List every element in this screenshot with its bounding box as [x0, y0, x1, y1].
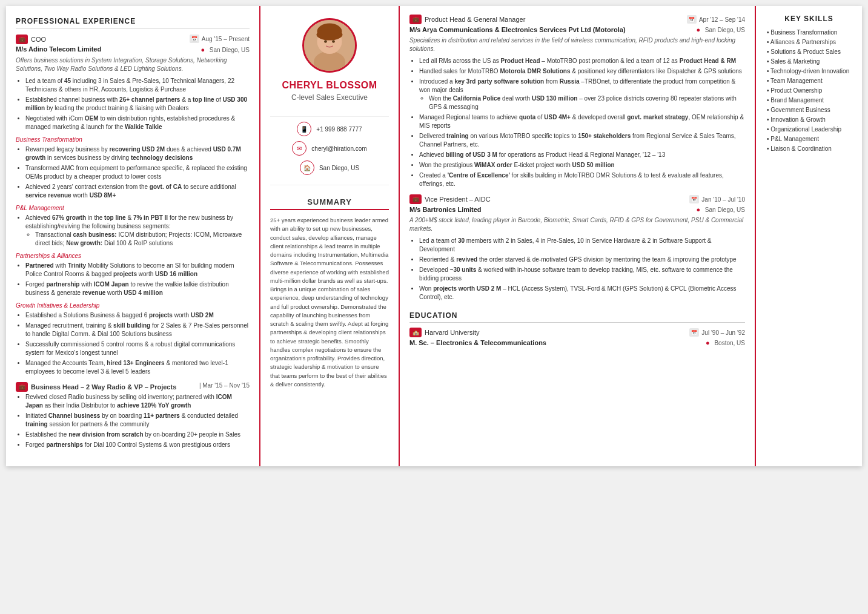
edu-date-text: Jul '90 – Jun '92 [701, 329, 745, 336]
candidate-title: C-level Sales Executive [291, 93, 368, 102]
bullet-item: Developed ~30 units & worked with in-hou… [419, 266, 745, 283]
cal-icon-vp: 📅 [689, 195, 699, 203]
bullet-item: Led all RMs across the US as Product Hea… [419, 57, 745, 65]
left-section-title: PROFESSIONAL EXPERIENCE [16, 17, 250, 28]
pa-bullets: Partnered with Trinity Mobility Solution… [16, 262, 250, 297]
pin-icon-edu: ● [703, 338, 712, 347]
vp-company-row: M/s Bartronics Limited ● San Diego, US [409, 205, 745, 214]
bullet-item: Delivered training on various MotoTRBO s… [419, 132, 745, 149]
middle-panel: CHERYL BLOSSOM C-level Sales Executive 📱… [260, 6, 400, 466]
summary-title: SUMMARY [270, 197, 389, 210]
job-header-coo: 💼 COO 📅 Aug '15 – Present [16, 35, 250, 44]
avatar-svg [304, 20, 355, 71]
bullet-item: Initiated Channel business by on boardin… [25, 412, 250, 429]
vp-title-left: 💼 Vice President – AIDC [409, 194, 491, 204]
bullet-item: Achieved 67% growth in the top line & 7%… [25, 214, 250, 248]
skill-item: Business Transformation [763, 29, 855, 36]
ph-date-text: Apr '12 – Sep '14 [699, 16, 745, 23]
summary-text: 25+ years experienced business leader ar… [270, 216, 389, 389]
pin-icon-ph: ● [694, 25, 703, 34]
bullet-item: Created a 'Centre of Excellence' for ski… [419, 171, 745, 188]
pl-sub-bullets: Transactional cash business: ICOM distri… [25, 231, 250, 248]
pl-bullets: Achieved 67% growth in the top line & 7%… [16, 214, 250, 248]
edu-header: 🏫 Harvard University 📅 Jul '90 – Jun '92 [409, 328, 745, 337]
sub-label-pa: Partnerships & Alliances [16, 253, 250, 259]
right-panel: 💼 Product Head & General Manager 📅 Apr '… [400, 6, 756, 466]
edu-degree: M. Sc. – Electronics & Telecommunication… [409, 339, 546, 346]
bullet-item: Forged partnerships for Dial 100 Control… [25, 441, 250, 449]
contact-phone: 📱 +1 999 888 7777 [297, 122, 362, 136]
job-block-coo: 💼 COO 📅 Aug '15 – Present M/s Adino Tele… [16, 35, 250, 376]
skill-item: Sales & Marketing [763, 58, 855, 65]
bullet-item: Established the new division from scratc… [25, 431, 250, 439]
ph-title: Product Head & General Manager [425, 16, 525, 23]
bullet-item: Partnered with Trinity Mobility Solution… [25, 262, 250, 279]
sub-label-pl: P&L Management [16, 205, 250, 211]
bullet-item: Transformed AMC from equipment to perfor… [25, 164, 250, 181]
bh-date: | Mar '15 – Nov '15 [199, 382, 250, 389]
bullet-item: Managed the Accounts Team, hired 13+ Eng… [25, 359, 250, 376]
university-icon: 🏫 [409, 328, 422, 337]
bullet-item: Introduced a key 3rd party software solu… [419, 78, 745, 111]
skill-item: Team Management [763, 78, 855, 84]
coo-location-row: ● San Diego, US [199, 45, 250, 54]
bullet-item: Achieved 2 years' contract extension fro… [25, 183, 250, 200]
skill-item: Organizational Leadership [763, 126, 855, 133]
resume-wrapper: PROFESSIONAL EXPERIENCE 💼 COO 📅 Aug '15 … [6, 6, 862, 466]
job-header-bh: 💼 Business Head – 2 Way Radio & VP – Pro… [16, 382, 250, 392]
bullet-item: Revived closed Radio business by selling… [25, 393, 250, 410]
coo-description: Offers business solutions in System Inte… [16, 56, 250, 73]
coo-company: M/s Adino Telecom Limited [16, 45, 101, 53]
ph-company-row: M/s Arya Communications & Electronics Se… [409, 25, 745, 34]
ph-bullets: Led all RMs across the US as Product Hea… [409, 57, 745, 188]
svg-point-4 [317, 29, 343, 41]
pin-icon-coo: ● [199, 45, 207, 54]
ph-location: San Diego, US [705, 27, 745, 33]
bullet-item: Established a Solutions Business & bagge… [25, 311, 250, 320]
skill-item: P&L Management [763, 136, 855, 142]
candidate-name: CHERYL BLOSSOM [282, 80, 377, 91]
sub-label-gi: Growth Initiatives & Leadership [16, 302, 250, 309]
bullet-item: Handled sales for MotoTRBO Motorola DMR … [419, 67, 745, 76]
edu-location-row: ● Boston, US [703, 338, 745, 347]
bullet-item: Successfully commissioned 5 control room… [25, 340, 250, 357]
coo-company-row: M/s Adino Telecom Limited ● San Diego, U… [16, 45, 250, 54]
phone-icon: 📱 [297, 122, 311, 136]
ph-header: 💼 Product Head & General Manager 📅 Apr '… [409, 15, 745, 24]
briefcase-icon-ph: 💼 [409, 15, 422, 24]
left-panel: PROFESSIONAL EXPERIENCE 💼 COO 📅 Aug '15 … [6, 6, 260, 466]
coo-bullets-main: Led a team of 45 including 3 in Sales & … [16, 77, 250, 131]
bullet-item: Established channel business with 26+ ch… [25, 96, 250, 113]
bullet-item: Revamped legacy business by recovering U… [25, 145, 250, 162]
job-block-vp: 💼 Vice President – AIDC 📅 Jan '10 – Jul … [409, 194, 745, 302]
svg-point-6 [332, 40, 335, 43]
contact-divider-1 [270, 116, 389, 117]
location-icon: 🏠 [300, 160, 314, 175]
briefcase-icon-vp: 💼 [409, 194, 422, 204]
email-icon: ✉ [292, 141, 306, 156]
edu-block-harvard: 🏫 Harvard University 📅 Jul '90 – Jun '92… [409, 328, 745, 347]
bh-title: Business Head – 2 Way Radio & VP – Proje… [31, 383, 176, 391]
ph-date: 📅 Apr '12 – Sep '14 [687, 15, 745, 24]
location-text: San Diego, US [319, 165, 359, 171]
job-title-bh: 💼 Business Head – 2 Way Radio & VP – Pro… [16, 382, 176, 392]
bullet-item: Won projects worth USD 2 M – HCL (Access… [419, 285, 745, 302]
skill-item: Government Business [763, 107, 855, 113]
coo-location: San Diego, US [210, 47, 250, 53]
vp-description: A 200+M$ stock listed, leading player in… [409, 216, 745, 233]
ph-title-left: 💼 Product Head & General Manager [409, 15, 525, 24]
bullet-item: Negotiated with iCom OEM to win distribu… [25, 114, 250, 131]
coo-title: COO [31, 36, 46, 43]
job-title-coo: 💼 COO [16, 35, 46, 44]
edu-location: Boston, US [714, 340, 745, 346]
job-block-bh: 💼 Business Head – 2 Way Radio & VP – Pro… [16, 382, 250, 449]
edu-date: 📅 Jul '90 – Jun '92 [689, 328, 745, 337]
ph-location-row: ● San Diego, US [694, 25, 745, 34]
ph-company: M/s Arya Communications & Electronics Se… [409, 26, 626, 33]
ph-description: Specializes in distribution and related … [409, 36, 745, 53]
gi-bullets: Established a Solutions Business & bagge… [16, 311, 250, 376]
skill-item: Technology-driven Innovation [763, 68, 855, 74]
phone-number: +1 999 888 7777 [316, 126, 362, 133]
bullet-item: Achieved billing of USD 3 M for operatio… [419, 151, 745, 159]
edu-institution: Harvard University [425, 329, 479, 336]
